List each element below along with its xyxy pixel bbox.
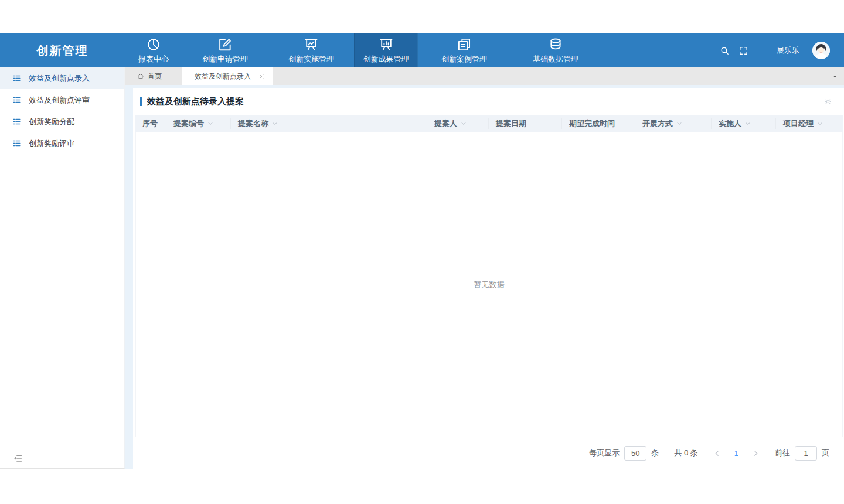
column-header: 序号 [135,118,166,129]
pie-chart-icon [146,37,161,52]
chevron-down-icon [271,120,278,127]
page-title: 效益及创新点待录入提案 [147,96,244,107]
column-header[interactable]: 实施人 [712,118,776,129]
screen: 创新管理 报表中心创新申请管理创新实施管理创新成果管理创新案例管理基础数据管理 … [0,0,844,504]
content-panel: 效益及创新点待录入提案 序号提案编号提案名称提案人提案日期期望完成时间开展方式实… [133,88,844,469]
topnav-item-label: 报表中心 [138,54,169,64]
per-page-label: 每页显示 [589,448,620,458]
column-header-label: 开展方式 [642,118,673,129]
column-header-label: 提案人 [434,118,457,129]
list-icon [12,74,21,83]
topnav-item-label: 创新案例管理 [441,54,487,64]
per-page-input[interactable] [624,446,646,461]
chevron-down-icon [207,120,214,127]
column-header-label: 序号 [142,118,158,129]
topnav-right-area: 展乐乐 [720,33,844,67]
total-count: 共 0 条 [674,448,697,458]
column-header-label: 期望完成时间 [569,118,615,129]
list-icon [12,139,21,148]
open-tabs: 效益及创新点录入 [174,67,273,85]
column-header: 期望完成时间 [562,118,635,129]
chevron-down-icon [460,120,467,127]
goto-label: 前往 [775,448,790,458]
column-header[interactable]: 开展方式 [635,118,712,129]
table-body: 暂无数据 [135,132,843,437]
column-header-label: 实施人 [719,118,741,129]
per-page-unit: 条 [651,448,659,458]
topnav-item[interactable]: 创新实施管理 [268,33,354,67]
topnav-item-label: 基础数据管理 [533,54,578,64]
topnav-item[interactable]: 创新案例管理 [417,33,511,67]
column-header[interactable]: 项目经理 [776,118,843,129]
chevron-down-icon [816,120,823,127]
page-number[interactable]: 1 [734,449,738,458]
main-area: 首页 效益及创新点录入 效益及创新点待录入提案 序号提案编号提案名称提案人提案日… [125,67,844,469]
topnav-item[interactable]: 报表中心 [125,33,182,67]
edit-square-icon [217,37,233,52]
column-header[interactable]: 提案名称 [231,118,427,129]
topnav-item-label: 创新实施管理 [288,54,334,64]
empty-state-text: 暂无数据 [474,280,505,290]
column-header-label: 提案编号 [173,118,204,129]
topnav-item[interactable]: 基础数据管理 [511,33,600,67]
sidebar-item[interactable]: 效益及创新点评审 [0,89,124,111]
sidebar-item[interactable]: 创新奖励分配 [0,111,124,132]
presentation-line-chart-icon [304,37,319,52]
sidebar-item-label: 创新奖励分配 [29,117,74,127]
app-window: 创新管理 报表中心创新申请管理创新实施管理创新成果管理创新案例管理基础数据管理 … [0,33,844,469]
body-row: 效益及创新点录入效益及创新点评审创新奖励分配创新奖励评审 首页 效益及创新点录入 [0,67,844,469]
caret-down-icon[interactable] [832,67,838,85]
presentation-bar-chart-icon [379,37,394,52]
sidebar-item-label: 效益及创新点录入 [29,73,90,84]
home-icon [137,73,144,80]
database-icon [548,37,563,52]
chevron-down-icon [744,120,751,127]
avatar[interactable] [812,42,830,59]
fullscreen-icon[interactable] [738,46,748,56]
pagination-bar: 每页显示 条 共 0 条 1 前往 页 [133,437,844,469]
column-header[interactable]: 提案人 [427,118,489,129]
goto-unit: 页 [822,448,829,458]
list-icon [12,117,21,126]
topnav-item-label: 创新申请管理 [202,54,248,64]
sidebar-menu: 效益及创新点录入效益及创新点评审创新奖励分配创新奖励评审 [0,67,124,154]
column-header-label: 提案名称 [238,118,268,129]
topnav-items: 报表中心创新申请管理创新实施管理创新成果管理创新案例管理基础数据管理 [125,33,600,67]
tab-bar: 首页 效益及创新点录入 [125,67,844,85]
goto-page-input[interactable] [795,446,817,461]
column-header: 提案日期 [489,118,562,129]
sidebar-item[interactable]: 效益及创新点录入 [0,67,124,89]
topnav-item-label: 创新成果管理 [363,54,409,64]
chevron-right-icon[interactable] [752,449,760,457]
chevron-left-icon[interactable] [713,449,721,457]
sidebar-item[interactable]: 创新奖励评审 [0,132,124,154]
gear-icon[interactable] [823,97,832,106]
sidebar-item-label: 创新奖励评审 [29,138,74,149]
list-icon [12,96,21,104]
tab-home-label: 首页 [148,71,162,81]
topnav-item[interactable]: 创新成果管理 [354,33,417,67]
topnav-item[interactable]: 创新申请管理 [182,33,268,67]
column-header-label: 提案日期 [496,118,526,129]
title-accent-bar [140,97,142,106]
column-header-label: 项目经理 [783,118,814,129]
sidebar-item-label: 效益及创新点评审 [29,95,90,105]
tab-label: 效益及创新点录入 [195,71,251,81]
collapse-sidebar-icon[interactable] [12,453,23,464]
tab-home[interactable]: 首页 [125,67,174,85]
search-icon[interactable] [720,46,730,56]
close-icon[interactable] [259,74,264,79]
username[interactable]: 展乐乐 [777,45,799,56]
top-navigation-bar: 创新管理 报表中心创新申请管理创新实施管理创新成果管理创新案例管理基础数据管理 … [0,33,844,67]
column-header[interactable]: 提案编号 [166,118,231,129]
chevron-down-icon [676,120,683,127]
table-header-row: 序号提案编号提案名称提案人提案日期期望完成时间开展方式实施人项目经理 [135,115,843,132]
app-title: 创新管理 [0,33,125,67]
panel-header: 效益及创新点待录入提案 [133,88,844,115]
documents-copy-icon [457,37,472,52]
sidebar: 效益及创新点录入效益及创新点评审创新奖励分配创新奖励评审 [0,67,125,469]
tab[interactable]: 效益及创新点录入 [182,67,273,85]
